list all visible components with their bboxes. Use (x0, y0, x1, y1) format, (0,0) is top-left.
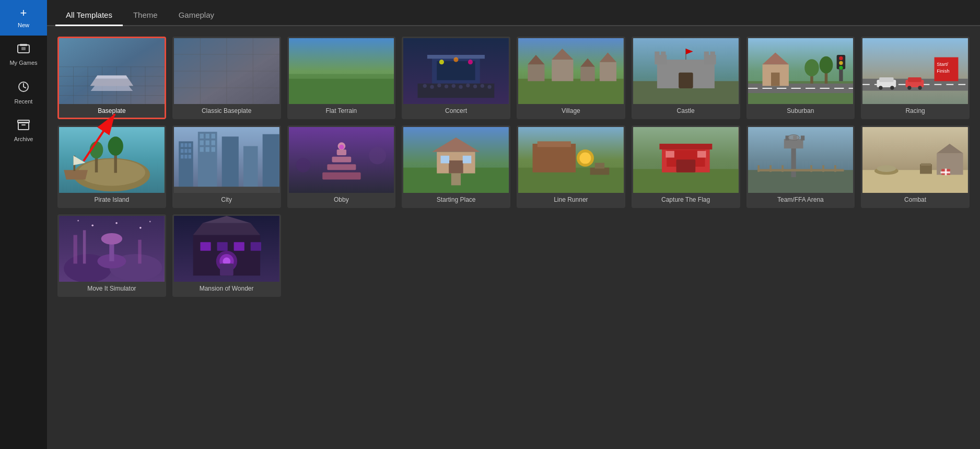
template-capture-the-flag[interactable]: Capture The Flag (632, 125, 740, 208)
template-city[interactable]: City (172, 125, 281, 208)
svg-rect-114 (181, 143, 184, 147)
template-flat-terrain[interactable]: Flat Terrain (287, 37, 396, 119)
svg-rect-53 (552, 60, 573, 81)
template-obby[interactable]: Obby (287, 125, 396, 208)
svg-rect-128 (205, 141, 209, 145)
svg-point-100 (918, 86, 922, 89)
svg-point-205 (91, 225, 94, 227)
svg-point-177 (788, 135, 799, 141)
template-thumb-ctf (633, 127, 739, 193)
template-name-castle: Castle (633, 104, 739, 118)
tab-bar: All Templates Theme Gameplay (47, 0, 980, 26)
template-thumb-city (174, 127, 279, 193)
svg-rect-152 (463, 156, 472, 164)
svg-rect-156 (533, 144, 576, 172)
svg-point-48 (488, 85, 492, 89)
new-label: New (18, 22, 29, 28)
template-combat[interactable]: Combat (861, 125, 970, 208)
tab-all-templates[interactable]: All Templates (55, 5, 123, 26)
svg-point-39 (423, 84, 427, 88)
svg-rect-136 (174, 187, 279, 193)
svg-rect-176 (800, 136, 804, 141)
svg-point-85 (839, 61, 843, 65)
recent-button[interactable]: Recent (0, 73, 47, 112)
svg-rect-117 (181, 149, 184, 153)
template-suburban[interactable]: Suburban (746, 37, 855, 119)
svg-rect-67 (710, 52, 715, 56)
svg-point-79 (804, 59, 819, 76)
svg-point-45 (466, 84, 470, 87)
template-thumb-concert (403, 38, 509, 104)
svg-rect-200 (83, 231, 86, 264)
svg-rect-184 (834, 165, 836, 172)
template-pirate-island[interactable]: Pirate Island (57, 125, 166, 208)
svg-point-37 (468, 60, 473, 64)
svg-rect-181 (781, 165, 784, 172)
main-content: All Templates Theme Gameplay (47, 0, 980, 449)
svg-point-105 (90, 142, 103, 159)
sidebar: + New My Games Recent (0, 0, 47, 449)
svg-rect-151 (441, 156, 450, 164)
svg-rect-120 (181, 155, 184, 158)
template-thumb-village (518, 38, 624, 104)
template-baseplate[interactable]: Baseplate (57, 37, 166, 119)
svg-marker-19 (95, 75, 129, 78)
template-classic-baseplate[interactable]: Classic Baseplate (172, 37, 281, 119)
template-move-it-simulator[interactable]: Move It Simulator (57, 214, 166, 297)
archive-button[interactable]: Archive (0, 112, 47, 149)
svg-rect-119 (188, 149, 191, 153)
tab-theme[interactable]: Theme (123, 5, 168, 26)
template-castle[interactable]: Castle (632, 37, 740, 119)
template-concert[interactable]: Concert (402, 37, 510, 119)
svg-rect-180 (769, 165, 772, 172)
tab-gameplay[interactable]: Gameplay (168, 5, 225, 26)
archive-icon (17, 119, 30, 133)
svg-rect-168 (666, 151, 674, 158)
svg-point-47 (481, 84, 484, 88)
svg-rect-68 (679, 73, 693, 88)
new-icon: + (20, 7, 27, 19)
svg-rect-131 (205, 147, 209, 152)
archive-label: Archive (14, 136, 33, 142)
svg-point-159 (579, 153, 591, 164)
svg-point-81 (819, 56, 833, 74)
svg-point-107 (108, 136, 123, 156)
svg-rect-98 (908, 77, 921, 82)
template-thumb-pirate (59, 127, 165, 193)
new-button[interactable]: + New (0, 0, 47, 36)
svg-point-86 (839, 66, 843, 70)
svg-point-84 (839, 56, 843, 60)
template-starting-place[interactable]: Starting Place (402, 125, 510, 208)
svg-rect-50 (518, 79, 624, 104)
svg-rect-157 (538, 142, 571, 147)
recent-icon (17, 80, 30, 95)
svg-text:Finish: Finish (937, 68, 949, 74)
recent-label: Recent (15, 98, 33, 105)
template-line-runner[interactable]: Line Runner (517, 125, 625, 208)
template-name-concert: Concert (403, 104, 509, 118)
svg-point-204 (101, 233, 122, 245)
svg-point-44 (459, 85, 463, 89)
template-racing[interactable]: Start/ Finish Racing (861, 37, 970, 119)
template-team-ffa[interactable]: Team/FFA Arena (746, 125, 855, 208)
template-name-mansion: Mansion of Wonder (174, 282, 279, 295)
svg-rect-2 (21, 47, 26, 50)
template-thumb-moveit (59, 216, 165, 282)
my-games-icon (17, 43, 30, 56)
svg-rect-153 (451, 174, 461, 186)
svg-rect-135 (262, 134, 279, 189)
template-name-baseplate: Baseplate (59, 104, 165, 118)
svg-rect-64 (655, 52, 659, 56)
svg-rect-199 (74, 235, 77, 264)
template-thumb-classic (174, 38, 279, 104)
svg-rect-215 (217, 242, 227, 250)
svg-rect-161 (595, 163, 604, 169)
template-name-obby: Obby (289, 193, 394, 206)
my-games-button[interactable]: My Games (0, 36, 47, 73)
template-mansion-of-wonder[interactable]: Mansion of Wonder (172, 214, 281, 297)
svg-rect-124 (200, 134, 203, 139)
template-village[interactable]: Village (517, 37, 625, 119)
template-thumb-castle (633, 38, 739, 104)
template-name-teamffa: Team/FFA Arena (748, 193, 854, 206)
template-thumb-mansion (174, 216, 279, 282)
